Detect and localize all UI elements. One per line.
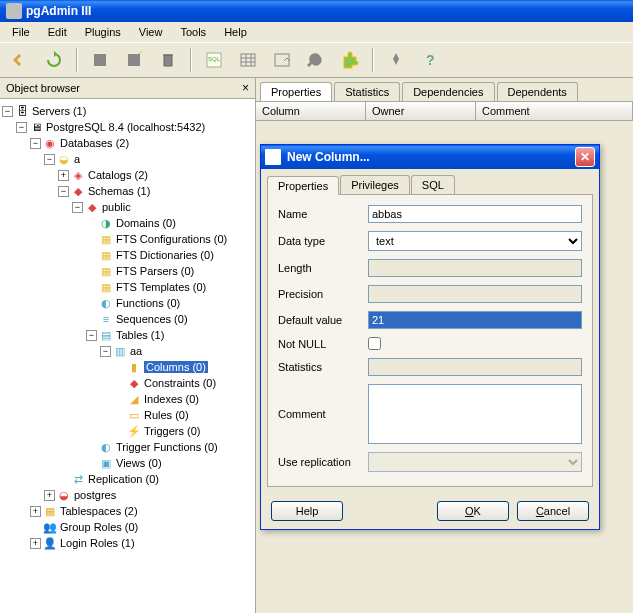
expander-icon[interactable]: − xyxy=(100,346,111,357)
svg-rect-1 xyxy=(128,54,140,66)
dialog-title-bar[interactable]: New Column... ✕ xyxy=(261,145,599,169)
tree-group-roles[interactable]: Group Roles (0) xyxy=(60,521,138,533)
puzzle-icon[interactable] xyxy=(336,46,364,74)
dlg-tab-properties[interactable]: Properties xyxy=(267,176,339,195)
server-group-icon: 🗄 xyxy=(15,104,29,118)
tree-postgres[interactable]: postgres xyxy=(74,489,116,501)
filter-icon[interactable] xyxy=(268,46,296,74)
tree-fts-dict[interactable]: FTS Dictionaries (0) xyxy=(116,249,214,261)
expander-icon[interactable]: − xyxy=(2,106,13,117)
close-button[interactable]: ✕ xyxy=(575,147,595,167)
cancel-button[interactable]: Cancel xyxy=(517,501,589,521)
tree-fts-templates[interactable]: FTS Templates (0) xyxy=(116,281,206,293)
tree-sequences[interactable]: Sequences (0) xyxy=(116,313,188,325)
sql-icon[interactable]: SQL xyxy=(200,46,228,74)
expander-icon[interactable]: − xyxy=(86,330,97,341)
expander-icon[interactable]: − xyxy=(58,186,69,197)
tree-rules[interactable]: Rules (0) xyxy=(144,409,189,421)
expander-icon[interactable]: − xyxy=(16,122,27,133)
tree-views[interactable]: Views (0) xyxy=(116,457,162,469)
menu-help[interactable]: Help xyxy=(216,24,255,40)
toolbar: SQL ? xyxy=(0,42,633,78)
ok-button[interactable]: OK xyxy=(437,501,509,521)
table-icon: ▥ xyxy=(113,344,127,358)
expander-icon[interactable]: + xyxy=(30,506,41,517)
tree-databases[interactable]: Databases (2) xyxy=(60,137,129,149)
tree-trigger-functions[interactable]: Trigger Functions (0) xyxy=(116,441,218,453)
comment-field[interactable] xyxy=(368,384,582,444)
tree-login-roles[interactable]: Login Roles (1) xyxy=(60,537,135,549)
menu-plugins[interactable]: Plugins xyxy=(77,24,129,40)
tree-columns[interactable]: Columns (0) xyxy=(144,361,208,373)
tree-domains[interactable]: Domains (0) xyxy=(116,217,176,229)
default-field[interactable] xyxy=(368,311,582,329)
new-column-dialog: New Column... ✕ Properties Privileges SQ… xyxy=(260,144,600,530)
views-icon: ▣ xyxy=(99,456,113,470)
trigger-fn-icon: ◐ xyxy=(99,440,113,454)
datatype-select[interactable]: text xyxy=(368,231,582,251)
tab-statistics[interactable]: Statistics xyxy=(334,82,400,101)
expander-icon[interactable]: − xyxy=(72,202,83,213)
expander-icon[interactable]: − xyxy=(44,154,55,165)
close-icon[interactable]: × xyxy=(242,81,249,95)
svg-rect-10 xyxy=(275,54,289,66)
expander-icon[interactable]: − xyxy=(30,138,41,149)
menu-tools[interactable]: Tools xyxy=(172,24,214,40)
triggers-icon: ⚡ xyxy=(127,424,141,438)
menu-edit[interactable]: Edit xyxy=(40,24,75,40)
help-icon[interactable]: ? xyxy=(416,46,444,74)
tree-schemas[interactable]: Schemas (1) xyxy=(88,185,150,197)
expander-icon[interactable]: + xyxy=(58,170,69,181)
tree[interactable]: −🗄Servers (1) −🖥PostgreSQL 8.4 (localhos… xyxy=(0,99,255,613)
tree-fts-parsers[interactable]: FTS Parsers (0) xyxy=(116,265,194,277)
tree-pg[interactable]: PostgreSQL 8.4 (localhost:5432) xyxy=(46,121,205,133)
col-column[interactable]: Column xyxy=(256,102,366,120)
col-owner[interactable]: Owner xyxy=(366,102,476,120)
hint-icon[interactable] xyxy=(382,46,410,74)
tree-db-a[interactable]: a xyxy=(74,153,80,165)
constraints-icon: ◆ xyxy=(127,376,141,390)
wrench-icon[interactable] xyxy=(302,46,330,74)
table-icon[interactable] xyxy=(234,46,262,74)
tree-table-aa[interactable]: aa xyxy=(130,345,142,357)
help-button[interactable]: Help xyxy=(271,501,343,521)
content-tabs: Properties Statistics Dependencies Depen… xyxy=(256,78,633,101)
label-precision: Precision xyxy=(278,288,368,300)
tree-triggers[interactable]: Triggers (0) xyxy=(144,425,200,437)
function-icon: ◐ xyxy=(99,296,113,310)
tree-catalogs[interactable]: Catalogs (2) xyxy=(88,169,148,181)
menu-view[interactable]: View xyxy=(131,24,171,40)
delete-icon[interactable] xyxy=(154,46,182,74)
tree-indexes[interactable]: Indexes (0) xyxy=(144,393,199,405)
tree-tables[interactable]: Tables (1) xyxy=(116,329,164,341)
connect-icon[interactable] xyxy=(6,46,34,74)
menu-file[interactable]: File xyxy=(4,24,38,40)
label-name: Name xyxy=(278,208,368,220)
label-length: Length xyxy=(278,262,368,274)
tree-replication[interactable]: Replication (0) xyxy=(88,473,159,485)
tab-dependents[interactable]: Dependents xyxy=(497,82,578,101)
label-replication: Use replication xyxy=(278,456,368,468)
tree-fts-conf[interactable]: FTS Configurations (0) xyxy=(116,233,227,245)
col-comment[interactable]: Comment xyxy=(476,102,633,120)
tab-dependencies[interactable]: Dependencies xyxy=(402,82,494,101)
name-field[interactable] xyxy=(368,205,582,223)
dlg-tab-sql[interactable]: SQL xyxy=(411,175,455,194)
refresh-icon[interactable] xyxy=(40,46,68,74)
tree-constraints[interactable]: Constraints (0) xyxy=(144,377,216,389)
schema-public-icon: ◆ xyxy=(85,200,99,214)
login-roles-icon: 👤 xyxy=(43,536,57,550)
drop-icon[interactable] xyxy=(120,46,148,74)
expander-icon[interactable]: + xyxy=(44,490,55,501)
tablespace-icon: ▦ xyxy=(43,504,57,518)
fts-icon: ▦ xyxy=(99,264,113,278)
tab-properties[interactable]: Properties xyxy=(260,82,332,101)
tree-servers[interactable]: Servers (1) xyxy=(32,105,86,117)
tree-tablespaces[interactable]: Tablespaces (2) xyxy=(60,505,138,517)
expander-icon[interactable]: + xyxy=(30,538,41,549)
dlg-tab-privileges[interactable]: Privileges xyxy=(340,175,410,194)
new-object-icon[interactable] xyxy=(86,46,114,74)
tree-functions[interactable]: Functions (0) xyxy=(116,297,180,309)
tree-public[interactable]: public xyxy=(102,201,131,213)
notnull-checkbox[interactable] xyxy=(368,337,381,350)
